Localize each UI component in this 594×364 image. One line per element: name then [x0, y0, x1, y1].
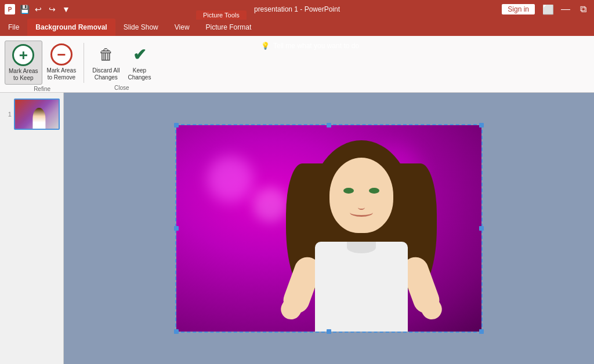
close-buttons: 🗑 Discard AllChanges ✔ KeepChanges: [89, 41, 154, 83]
discard-label: Discard AllChanges: [92, 67, 119, 81]
mark-areas-keep-button[interactable]: + Mark Areasto Keep: [5, 41, 42, 85]
title-bar-left: P 💾 ↩ ↪ ▼: [5, 3, 72, 15]
save-qat-button[interactable]: 💾: [19, 3, 30, 15]
discard-changes-button[interactable]: 🗑 Discard AllChanges: [89, 41, 123, 83]
nose: [358, 205, 365, 210]
tab-background-removal[interactable]: Background Removal: [27, 19, 115, 36]
selection-handle-tm[interactable]: [327, 123, 331, 128]
minus-circle-icon: −: [50, 43, 73, 66]
minus-circle-graphic: −: [50, 43, 73, 65]
ribbon-group-refine: + Mark Areasto Keep − Mark Areasto Remov…: [0, 38, 84, 92]
eye-right: [369, 188, 379, 194]
slide-panel: 1: [0, 93, 64, 364]
selection-handle-tr[interactable]: [479, 123, 484, 128]
tab-view[interactable]: View: [166, 19, 198, 36]
slide-thumbnail[interactable]: [14, 99, 60, 130]
trash-icon: 🗑: [95, 43, 118, 66]
selection-handle-ml[interactable]: [174, 226, 179, 231]
tab-file[interactable]: File: [0, 19, 27, 36]
keep-changes-button[interactable]: ✔ KeepChanges: [124, 41, 154, 83]
minimize-window-button[interactable]: —: [559, 3, 572, 16]
slide-canvas: [77, 104, 581, 353]
title-bar-right: Sign in ⬜ — ⧉: [502, 3, 589, 16]
selection-handle-bm[interactable]: [327, 329, 331, 334]
presentation-title: presentation 1 - PowerPoint: [254, 5, 340, 13]
trash-graphic: 🗑: [99, 46, 114, 64]
maximize-window-button[interactable]: ⧉: [577, 3, 589, 16]
tell-me-text: Tell me what you want to do: [273, 42, 359, 50]
refine-group-label: Refine: [5, 85, 79, 92]
refine-buttons: + Mark Areasto Keep − Mark Areasto Remov…: [5, 41, 79, 85]
slide-number: 1: [3, 111, 12, 118]
check-graphic: ✔: [133, 45, 146, 64]
mark-remove-label: Mark Areasto Remove: [47, 67, 77, 81]
person-figure: [280, 129, 443, 332]
plus-circle-icon: +: [12, 43, 35, 67]
slide-item[interactable]: 1: [2, 97, 61, 131]
undo-qat-button[interactable]: ↩: [32, 3, 44, 15]
selection-handle-mr[interactable]: [479, 226, 484, 231]
canvas-area: [64, 93, 594, 364]
image-background: [176, 125, 481, 332]
tab-slide-show[interactable]: Slide Show: [115, 19, 166, 36]
bokeh1: [207, 156, 253, 202]
close-group-label: Close: [89, 83, 154, 91]
quick-access-toolbar: 💾 ↩ ↪ ▼: [19, 3, 72, 15]
selection-handle-bl[interactable]: [174, 329, 179, 334]
tab-picture-format[interactable]: Picture Format: [198, 19, 260, 36]
window-controls: ⬜ — ⧉: [542, 3, 589, 16]
image-container[interactable]: [175, 124, 483, 333]
check-icon: ✔: [128, 43, 151, 66]
eye-left: [343, 188, 354, 194]
keep-label: KeepChanges: [128, 67, 151, 81]
restore-window-button[interactable]: ⬜: [542, 3, 555, 16]
redo-qat-button[interactable]: ↪: [46, 3, 58, 15]
face: [329, 158, 393, 233]
body: [315, 242, 408, 332]
customize-qat-button[interactable]: ▼: [60, 3, 72, 15]
collar: [347, 242, 376, 253]
main-area: 1: [0, 93, 594, 364]
plus-circle-graphic: +: [12, 44, 34, 66]
tell-me-bar: 💡 Tell me what you want to do: [261, 37, 359, 54]
ribbon-group-close: 🗑 Discard AllChanges ✔ KeepChanges Close: [84, 38, 159, 92]
app-icon: P: [5, 4, 15, 14]
mark-areas-remove-button[interactable]: − Mark Areasto Remove: [44, 41, 80, 83]
sign-in-button[interactable]: Sign in: [502, 4, 535, 14]
tell-me-icon: 💡: [261, 42, 270, 50]
context-tab-label: Picture Tools: [196, 10, 247, 20]
title-bar: P 💾 ↩ ↪ ▼ presentation 1 - PowerPoint Si…: [0, 0, 594, 19]
selection-handle-br[interactable]: [479, 329, 484, 334]
app-title: presentation 1 - PowerPoint: [254, 5, 340, 13]
slide-thumb-image: [15, 100, 59, 129]
mark-keep-label: Mark Areasto Keep: [9, 68, 38, 82]
selection-handle-tl[interactable]: [174, 123, 179, 128]
